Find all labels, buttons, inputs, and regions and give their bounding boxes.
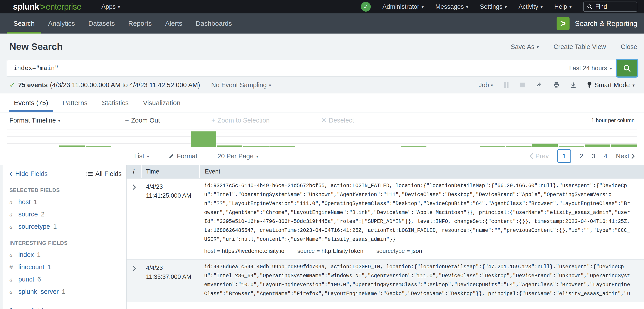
page-2-button[interactable]: 2 [580, 152, 583, 160]
chevron-down-icon: ▾ [118, 4, 120, 10]
timeline-bar[interactable] [217, 145, 242, 147]
column-header-event[interactable]: Event [200, 165, 644, 178]
deselect-button[interactable]: ✕ Deselect [321, 116, 354, 124]
format-timeline-menu[interactable]: Format Timeline ▾ [10, 117, 60, 124]
close-label: Close [621, 43, 637, 50]
chevron-down-icon: ▾ [256, 154, 258, 159]
list-view-label: List [134, 152, 144, 160]
field-name: sourcetype [18, 223, 50, 230]
tab-patterns[interactable]: Patterns [55, 94, 94, 112]
messages-menu[interactable]: Messages ▾ [435, 3, 468, 10]
event-sampling-menu[interactable]: No Event Sampling ▾ [211, 82, 271, 89]
event-row-2: 4/4/23 11:35:37.000 AM id:4476d6ea-c544-… [126, 259, 644, 302]
timeline-bar[interactable] [86, 146, 111, 147]
timeline-bar[interactable] [401, 146, 426, 147]
chevron-down-icon: ▾ [537, 44, 539, 50]
timeline-bar[interactable] [480, 146, 505, 147]
prev-page-button[interactable]: Prev [530, 152, 549, 160]
apps-menu[interactable]: Apps ▾ [102, 3, 120, 10]
events-table-header: i Time Event [126, 165, 644, 178]
tab-statistics[interactable]: Statistics [94, 94, 136, 112]
search-query-input[interactable]: index="main" [7, 60, 565, 76]
pause-icon[interactable] [503, 82, 509, 88]
search-mode-menu[interactable]: Smart Mode ▾ [587, 82, 635, 89]
expand-row-button[interactable] [126, 260, 142, 302]
event-raw[interactable]: id:93217c5c-6140-4b49-b6ce-21d5672bcf55,… [199, 179, 644, 259]
activity-menu[interactable]: Activity ▾ [518, 3, 543, 10]
tab-events[interactable]: Events (75) [7, 94, 55, 112]
next-page-button[interactable]: Next [616, 152, 635, 160]
field-count: 2 [41, 210, 44, 218]
time-range-picker[interactable]: Last 24 hours ▾ [565, 60, 616, 76]
list-view-menu[interactable]: List ▾ [134, 152, 149, 160]
splunk-logo-gt-icon: > [41, 2, 46, 12]
field-type-icon: # [10, 264, 18, 271]
create-table-view-button[interactable]: Create Table View [554, 43, 606, 50]
timeline-bar[interactable] [59, 145, 85, 147]
find-search-input[interactable]: Find [583, 2, 637, 12]
per-page-menu[interactable]: 20 Per Page ▾ [218, 152, 258, 160]
hide-fields-button[interactable]: Hide Fields [10, 170, 48, 178]
field-index[interactable]: a index 1 [10, 251, 122, 258]
search-header-section: New Search Save As ▾ Create Table View C… [0, 34, 644, 94]
timeline-bar[interactable] [270, 146, 295, 147]
timeline-bar[interactable] [611, 144, 636, 147]
help-menu[interactable]: Help ▾ [554, 3, 572, 10]
field-splunk-server[interactable]: a splunk_server 1 [10, 288, 122, 295]
page-3-button[interactable]: 3 [592, 152, 595, 160]
print-icon[interactable] [553, 82, 560, 88]
stop-icon[interactable] [520, 82, 525, 88]
field-sourcetype[interactable]: a sourcetype 1 [10, 223, 122, 230]
event-timestamp: 4/4/23 11:41:25.000 AM [142, 179, 199, 259]
more-fields-link[interactable]: 2 more fields [10, 307, 122, 309]
event-field-value[interactable]: http:ElisityToken [321, 248, 363, 254]
event-raw-line: id:4476d6ea-c544-40db-99bb-cd899fd4709a,… [204, 262, 640, 272]
format-results-button[interactable]: Format [168, 152, 198, 160]
field-linecount[interactable]: # linecount 1 [10, 264, 122, 271]
timeline-bar[interactable] [243, 146, 269, 147]
timeline-bar[interactable] [532, 144, 558, 147]
field-host[interactable]: a host 1 [10, 198, 122, 206]
export-download-icon[interactable] [570, 82, 577, 88]
appnav-datasets[interactable]: Datasets [82, 14, 122, 34]
column-header-time[interactable]: Time [142, 165, 199, 178]
save-as-button[interactable]: Save As ▾ [511, 43, 539, 50]
zoom-to-selection-button[interactable]: + Zoom to Selection [211, 117, 270, 124]
expand-row-button[interactable] [126, 179, 142, 259]
field-source[interactable]: a source 2 [10, 210, 122, 218]
page-4-button[interactable]: 4 [604, 152, 607, 160]
timeline-bar[interactable] [558, 146, 584, 147]
close-button[interactable]: Close [621, 43, 637, 50]
appnav-dashboards[interactable]: Dashboards [189, 14, 238, 34]
timeline-bar[interactable] [506, 146, 532, 147]
timeline-chart[interactable] [7, 127, 637, 147]
health-status-icon[interactable]: ✓ [361, 2, 371, 12]
appnav-alerts[interactable]: Alerts [158, 14, 189, 34]
appnav-reports[interactable]: Reports [122, 14, 158, 34]
administrator-menu[interactable]: Administrator ▾ [382, 3, 424, 10]
splunk-logo[interactable]: splunk • > enterprise [13, 2, 82, 12]
event-field-value[interactable]: json [412, 248, 422, 254]
chevron-down-icon: ▾ [58, 118, 60, 123]
current-app[interactable]: > Search & Reporting [556, 14, 637, 34]
timeline-bar[interactable] [585, 144, 610, 147]
search-button[interactable] [617, 60, 637, 76]
chevron-down-icon: ▾ [610, 66, 612, 71]
timeline-bar[interactable] [191, 131, 216, 147]
share-icon[interactable] [536, 82, 543, 88]
event-raw[interactable]: id:4476d6ea-c544-40db-99bb-cd899fd4709a,… [199, 260, 644, 302]
event-field-value[interactable]: https://livedemo.elisity.io [222, 248, 284, 254]
column-header-info[interactable]: i [126, 165, 141, 178]
tab-visualization[interactable]: Visualization [136, 94, 188, 112]
event-field-sourcetype: sourcetype = json [370, 246, 428, 255]
appnav-alerts-label: Alerts [165, 20, 182, 27]
appnav-search[interactable]: Search [7, 14, 41, 34]
page-1-button[interactable]: 1 [557, 149, 571, 163]
event-date: 4/4/23 [146, 182, 199, 191]
field-punct[interactable]: a punct 6 [10, 276, 122, 283]
settings-menu[interactable]: Settings ▾ [480, 3, 507, 10]
appnav-analytics[interactable]: Analytics [41, 14, 82, 34]
zoom-out-button[interactable]: − Zoom Out [125, 117, 160, 124]
job-menu[interactable]: Job ▾ [478, 82, 493, 89]
all-fields-button[interactable]: All Fields [86, 170, 122, 178]
